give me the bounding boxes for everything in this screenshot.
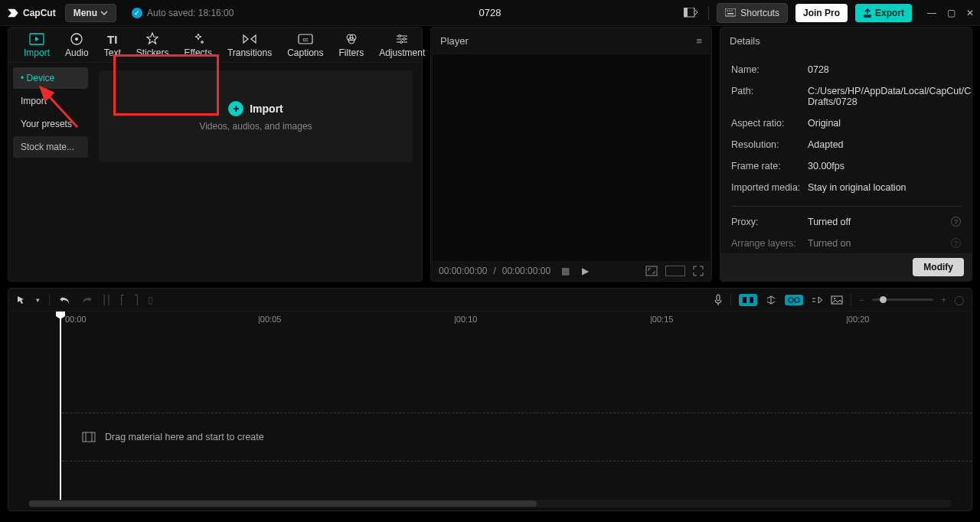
- magnet-main-button[interactable]: [739, 294, 757, 306]
- ratio-box[interactable]: [665, 266, 685, 276]
- detail-framerate-label: Frame rate:: [731, 161, 808, 171]
- pointer-tool[interactable]: [16, 295, 27, 305]
- details-panel: Details Name:0728 Path:C:/Users/HP/AppDa…: [720, 27, 972, 282]
- modify-button[interactable]: Modify: [913, 258, 964, 276]
- layout-button[interactable]: [681, 5, 701, 21]
- captions-icon: cc: [298, 32, 313, 46]
- sidebar-item-import[interactable]: Import: [13, 90, 88, 112]
- tab-stickers[interactable]: Stickers: [129, 32, 177, 58]
- split-tool[interactable]: ⎮⎮: [102, 295, 111, 305]
- zoom-slider[interactable]: [872, 299, 933, 301]
- export-button[interactable]: Export: [855, 4, 912, 22]
- timeline-scrollbar[interactable]: [28, 500, 952, 507]
- adjustment-icon: [395, 32, 409, 46]
- timeline-dropzone[interactable]: Drag material here and start to create: [62, 413, 972, 462]
- tab-adjustment[interactable]: Adjustment: [371, 32, 433, 58]
- info-icon[interactable]: ?: [951, 238, 961, 248]
- svg-rect-21: [743, 297, 746, 303]
- sidebar-item-presets[interactable]: Your presets: [13, 113, 88, 135]
- mic-button[interactable]: [714, 294, 723, 306]
- media-panel: Import Audio TI Text Stickers Effects Tr…: [8, 27, 423, 282]
- svg-rect-28: [83, 432, 95, 442]
- tab-text[interactable]: TI Text: [96, 32, 129, 58]
- preview-button[interactable]: [811, 295, 823, 305]
- keyboard-icon: [725, 8, 736, 18]
- snap-button[interactable]: [765, 295, 777, 305]
- svg-rect-2: [725, 8, 736, 16]
- close-button[interactable]: ✕: [966, 8, 974, 18]
- maximize-button[interactable]: ▢: [947, 8, 956, 18]
- pointer-dropdown[interactable]: ▾: [36, 296, 40, 304]
- titlebar: CapCut Menu ✓ Auto saved: 18:16:00 0728 …: [0, 0, 980, 26]
- cover-button[interactable]: [831, 295, 843, 305]
- svg-rect-20: [717, 295, 720, 301]
- player-panel: Player ≡ 00:00:00:00 / 00:00:00:00 ▦ ▶: [430, 27, 712, 282]
- ruler-mark: |00:20: [846, 315, 869, 324]
- shortcuts-button[interactable]: Shortcuts: [717, 3, 788, 23]
- drop-hint: Drag material here and start to create: [105, 432, 264, 442]
- tab-audio[interactable]: Audio: [57, 32, 96, 58]
- sidebar-item-stock[interactable]: Stock mate...: [13, 136, 88, 158]
- tab-import[interactable]: Import: [16, 32, 57, 58]
- zoom-in-button[interactable]: +: [941, 295, 946, 305]
- player-canvas[interactable]: [433, 54, 710, 261]
- undo-button[interactable]: [59, 295, 71, 305]
- timeline-toolbar: ▾ ⎮⎮ ⎡ ⎤ ▯ − + ◯: [8, 289, 972, 312]
- divider: [708, 6, 709, 20]
- timeline-tracks[interactable]: Drag material here and start to create: [8, 330, 972, 500]
- timeline-ruler[interactable]: 00:00 |00:05 |00:10 |00:15 |00:20: [8, 312, 972, 330]
- svg-rect-6: [727, 13, 733, 15]
- menu-label: Menu: [74, 8, 97, 18]
- trim-right-tool[interactable]: ⎤: [134, 295, 139, 305]
- details-title: Details: [730, 35, 760, 47]
- plus-icon: +: [228, 101, 243, 116]
- main-tabs: Import Audio TI Text Stickers Effects Tr…: [8, 28, 422, 63]
- tab-effects[interactable]: Effects: [176, 32, 219, 58]
- export-label: Export: [875, 8, 904, 18]
- zoom-fit-button[interactable]: ◯: [954, 295, 964, 305]
- app-name: CapCut: [23, 8, 56, 18]
- autosave-indicator: ✓ Auto saved: 18:16:00: [132, 8, 234, 18]
- sidebar-item-device[interactable]: Device: [13, 67, 88, 89]
- effects-icon: [191, 32, 205, 46]
- tab-transitions[interactable]: Transitions: [220, 32, 279, 58]
- check-icon: ✓: [132, 8, 142, 18]
- detail-proxy-value: Turned off: [808, 217, 851, 227]
- detail-proxy-label: Proxy:: [731, 217, 808, 227]
- player-menu-icon[interactable]: ≡: [696, 35, 702, 47]
- detail-path-label: Path:: [731, 86, 808, 107]
- svg-point-3: [727, 10, 728, 11]
- join-pro-button[interactable]: Join Pro: [795, 4, 848, 22]
- ruler-mark: |00:15: [650, 315, 673, 324]
- export-icon: [863, 8, 872, 18]
- import-subtitle: Videos, audios, and images: [199, 121, 312, 132]
- tab-filters[interactable]: Filters: [332, 32, 372, 58]
- minimize-button[interactable]: —: [927, 8, 936, 18]
- info-icon[interactable]: ?: [951, 217, 961, 227]
- svg-point-16: [403, 38, 406, 41]
- detail-imported-value: Stay in original location: [808, 182, 906, 193]
- svg-point-17: [400, 41, 403, 44]
- delete-tool[interactable]: ▯: [148, 295, 153, 305]
- trim-left-tool[interactable]: ⎡: [120, 295, 125, 305]
- svg-point-9: [75, 38, 78, 41]
- svg-rect-22: [750, 297, 753, 303]
- link-button[interactable]: [785, 295, 803, 305]
- app-logo: CapCut: [6, 6, 56, 20]
- import-dropzone[interactable]: + Import Videos, audios, and images: [99, 70, 413, 162]
- detail-name-value: 0728: [808, 64, 829, 75]
- fullscreen-icon[interactable]: [693, 266, 704, 276]
- detail-arrange-label: Arrange layers:: [731, 238, 808, 249]
- detail-arrange-value: Turned on: [808, 238, 851, 249]
- redo-button[interactable]: [80, 295, 93, 305]
- play-button[interactable]: ▶: [582, 266, 589, 276]
- import-title: Import: [250, 103, 283, 115]
- list-icon[interactable]: ▦: [561, 266, 570, 276]
- menu-button[interactable]: Menu: [65, 4, 116, 22]
- project-title: 0728: [479, 7, 501, 18]
- tab-captions[interactable]: cc Captions: [279, 32, 331, 58]
- ruler-mark: |00:05: [258, 315, 281, 324]
- ratio-icon[interactable]: [645, 266, 658, 276]
- zoom-out-button[interactable]: −: [859, 295, 864, 305]
- timeline-panel: ▾ ⎮⎮ ⎡ ⎤ ▯ − + ◯ 00:00 |00:05 |00:10 |00…: [8, 288, 972, 511]
